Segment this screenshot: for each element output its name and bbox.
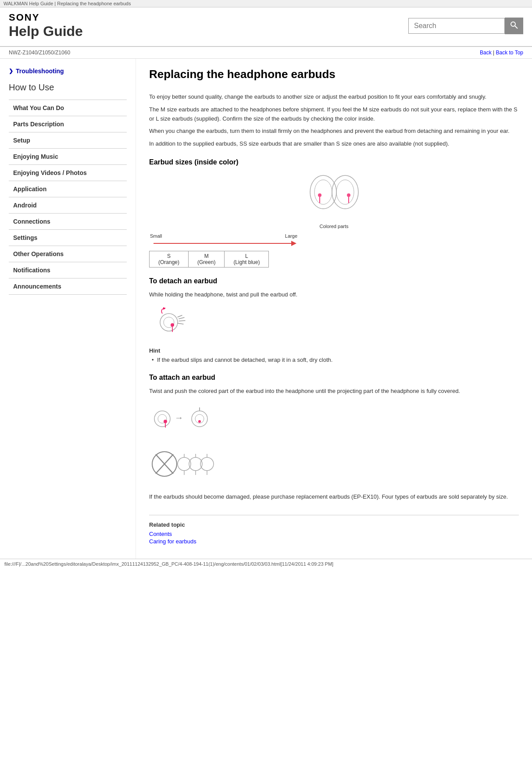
- help-guide-title: Help Guide: [9, 23, 83, 39]
- back-link[interactable]: Back: [480, 50, 492, 56]
- detach-para: While holding the headphone, twist and p…: [149, 290, 519, 300]
- main-content: Troubleshooting How to Use What You Can …: [0, 59, 532, 559]
- svg-point-3: [314, 180, 332, 204]
- svg-line-1: [515, 26, 518, 29]
- svg-point-21: [164, 420, 167, 423]
- svg-point-27: [198, 420, 201, 423]
- sidebar: Troubleshooting How to Use What You Can …: [0, 59, 136, 559]
- troubleshooting-label: Troubleshooting: [16, 68, 64, 75]
- sony-logo: SONY: [9, 12, 83, 23]
- detach-image: [149, 305, 519, 341]
- related-links: ContentsCaring for earbuds: [149, 531, 519, 545]
- page-header: SONY Help Guide: [0, 7, 532, 47]
- small-label: Small: [150, 233, 162, 239]
- svg-point-4: [318, 193, 321, 197]
- colored-parts-label: Colored parts: [149, 224, 519, 229]
- nav-links: Back | Back to Top: [480, 50, 523, 56]
- attach-para: Twist and push the colored part of the e…: [149, 387, 519, 396]
- intro-para-4: In addition to the supplied earbuds, SS …: [149, 139, 519, 149]
- svg-point-6: [332, 175, 358, 209]
- troubleshooting-link[interactable]: Troubleshooting: [9, 68, 127, 75]
- sidebar-item-8[interactable]: Settings: [9, 229, 127, 246]
- sidebar-item-10[interactable]: Notifications: [9, 262, 127, 278]
- related-link-1[interactable]: Caring for earbuds: [149, 538, 519, 545]
- intro-para-1: To enjoy better sound quality, change th…: [149, 93, 519, 102]
- svg-point-19: [154, 411, 170, 427]
- sidebar-items: What You Can DoParts DescriptionSetupEnj…: [9, 100, 127, 295]
- detach-diagram-svg: [149, 305, 206, 340]
- sidebar-item-0[interactable]: What You Can Do: [9, 100, 127, 116]
- closing-para: If the earbuds should become damaged, pl…: [149, 492, 519, 502]
- footer-path: file:///F|/...20and%20Settings/editorala…: [4, 561, 333, 567]
- back-to-top-link[interactable]: Back to Top: [496, 50, 523, 56]
- model-info: NWZ-Z1040/Z1050/Z1060: [9, 50, 70, 56]
- intro-para-3: When you change the earbuds, turn them t…: [149, 127, 519, 136]
- hint-item: If the earbud slips and cannot be detach…: [149, 356, 519, 364]
- sidebar-item-2[interactable]: Setup: [9, 132, 127, 148]
- large-label: Large: [285, 233, 297, 239]
- svg-line-18: [178, 323, 183, 324]
- svg-point-7: [336, 180, 354, 204]
- sidebar-item-4[interactable]: Enjoying Videos / Photos: [9, 164, 127, 181]
- size-arrow-svg: [149, 239, 298, 247]
- intro-para-2: The M size earbuds are attached to the h…: [149, 105, 519, 124]
- search-input[interactable]: [408, 18, 505, 34]
- sidebar-item-11[interactable]: Announcements: [9, 278, 127, 295]
- earbud-sizes-table: S (Orange) M (Green) L (Light blue): [149, 251, 269, 268]
- earbud-diagram: Colored parts Small Large: [149, 172, 519, 268]
- attach-diagram-2-svg: [149, 442, 237, 486]
- sidebar-item-5[interactable]: Application: [9, 181, 127, 197]
- svg-point-11: [160, 314, 178, 331]
- sidebar-item-3[interactable]: Enjoying Music: [9, 148, 127, 164]
- related-topic-section: Related topic ContentsCaring for earbuds: [149, 515, 519, 545]
- related-topic-heading: Related topic: [149, 521, 519, 528]
- svg-line-17: [179, 321, 185, 321]
- related-link-0[interactable]: Contents: [149, 531, 519, 537]
- svg-point-2: [310, 175, 336, 209]
- footer: file:///F|/...20and%20Settings/editorala…: [0, 559, 532, 569]
- svg-point-24: [192, 411, 207, 427]
- search-button[interactable]: [505, 18, 523, 34]
- hint-label: Hint: [149, 347, 519, 354]
- search-area: [408, 18, 523, 34]
- svg-text:→: →: [175, 413, 183, 422]
- sidebar-item-9[interactable]: Other Operations: [9, 246, 127, 262]
- attach-heading: To attach an earbud: [149, 374, 519, 382]
- svg-line-15: [178, 315, 182, 317]
- size-l-cell: L (Light blue): [225, 251, 269, 267]
- earbud-diagram-svg: [293, 172, 376, 221]
- size-s-cell: S (Orange): [150, 251, 189, 267]
- attach-images: →: [149, 401, 519, 487]
- svg-line-16: [179, 318, 184, 319]
- svg-point-13: [171, 323, 174, 327]
- svg-point-0: [511, 22, 515, 26]
- hint-section: Hint If the earbud slips and cannot be d…: [149, 347, 519, 364]
- detach-heading: To detach an earbud: [149, 277, 519, 285]
- main-article: Replacing the headphone earbuds To enjoy…: [136, 59, 532, 559]
- nav-bar: NWZ-Z1040/Z1050/Z1060 Back | Back to Top: [0, 47, 532, 59]
- attach-diagram-1-svg: →: [149, 401, 219, 436]
- browser-title-text: WALKMAN Help Guide | Replacing the headp…: [4, 1, 131, 6]
- header-branding: SONY Help Guide: [9, 12, 83, 39]
- size-m-cell: M (Green): [189, 251, 225, 267]
- sidebar-item-6[interactable]: Android: [9, 197, 127, 213]
- page-heading: Replacing the headphone earbuds: [149, 68, 519, 86]
- browser-title: WALKMAN Help Guide | Replacing the headp…: [0, 0, 532, 7]
- sidebar-item-7[interactable]: Connections: [9, 213, 127, 229]
- search-icon: [510, 21, 518, 29]
- svg-point-8: [347, 193, 350, 197]
- how-to-use-heading: How to Use: [9, 82, 127, 95]
- earbud-sizes-heading: Earbud sizes (inside color): [149, 158, 519, 166]
- sidebar-item-1[interactable]: Parts Description: [9, 116, 127, 132]
